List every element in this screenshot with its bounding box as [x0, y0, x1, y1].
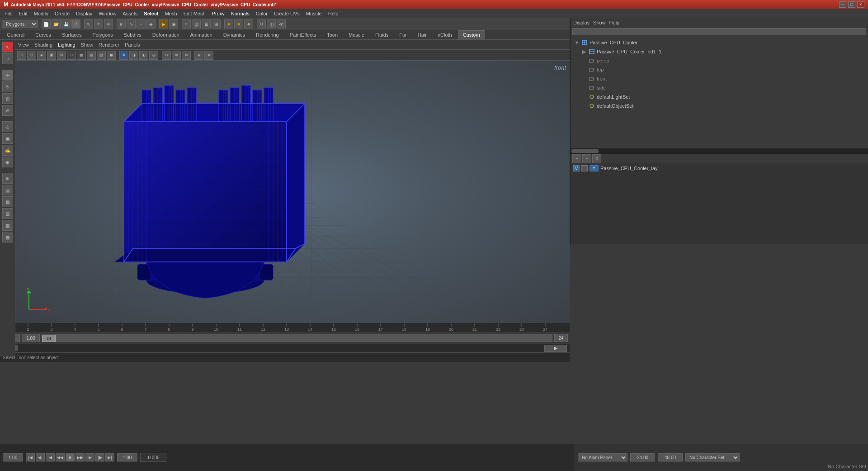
vp-cam3[interactable]: ⊛	[182, 51, 191, 60]
time-range-bar[interactable]: 24	[42, 334, 552, 342]
more-btn[interactable]: ≪	[277, 19, 286, 29]
vp-isolate[interactable]: ◈	[194, 51, 203, 60]
main-viewport[interactable]: front	[15, 61, 570, 323]
menu-select[interactable]: Select	[141, 10, 161, 17]
tab-deformation[interactable]: Deformation	[147, 30, 184, 39]
layer-lock-icon[interactable]	[581, 165, 588, 171]
char-set-select[interactable]: No Character Set	[685, 453, 740, 461]
menu-help[interactable]: Help	[326, 10, 341, 17]
vp-shading3[interactable]: ▤	[87, 51, 96, 60]
tab-rendering[interactable]: Rendering	[251, 30, 284, 39]
layer-color-swatch[interactable]: T	[590, 165, 599, 171]
tree-item-side[interactable]: side	[571, 83, 868, 92]
vp-menu-view[interactable]: View	[18, 42, 29, 48]
layer-new-btn[interactable]: +	[572, 154, 581, 163]
vp-xray[interactable]: ◎	[149, 51, 158, 60]
vp-menu-lighting[interactable]: Lighting	[58, 42, 75, 48]
tree-item-default-object-set[interactable]: defaultObjectSet	[571, 101, 868, 110]
menu-modify[interactable]: Modify	[31, 10, 51, 17]
show-layer-btn[interactable]: ▤	[192, 19, 201, 29]
lasso-mode-btn[interactable]: ⌖	[94, 19, 103, 29]
vp-shading1[interactable]: □	[67, 51, 76, 60]
menu-display[interactable]: Display	[73, 10, 95, 17]
layer-delete-btn[interactable]: −	[582, 154, 591, 163]
graph-btn[interactable]: ◫	[267, 19, 276, 29]
menu-window[interactable]: Window	[96, 10, 119, 17]
pb-play-back[interactable]: ◀◀	[56, 453, 65, 461]
vp-show-hide[interactable]: ≪	[204, 51, 213, 60]
vp-icon3[interactable]: ◈	[37, 51, 46, 60]
menu-create[interactable]: Create	[52, 10, 72, 17]
sidebar-layer6[interactable]: ▩	[2, 232, 13, 243]
vp-shade-wire[interactable]: ◐	[139, 51, 148, 60]
tab-ncloth[interactable]: nCloth	[433, 30, 457, 39]
pb-next-key[interactable]: |▶	[95, 453, 104, 461]
open-scene-btn[interactable]: 📂	[52, 19, 61, 29]
layer-options-btn[interactable]: ⚙	[592, 154, 601, 163]
mel-input[interactable]	[19, 345, 542, 352]
show-attr-btn[interactable]: ≣	[202, 19, 211, 29]
minimize-button[interactable]: —	[839, 1, 846, 8]
tree-item-top[interactable]: top	[571, 65, 868, 74]
sidebar-artisan-tool[interactable]: ◉	[2, 157, 13, 167]
sidebar-lasso-tool[interactable]: ⌗	[2, 53, 13, 64]
pb-stop[interactable]: ■	[66, 453, 75, 461]
menu-mesh[interactable]: Mesh	[162, 10, 180, 17]
maximize-button[interactable]: □	[848, 1, 855, 8]
sidebar-transform-tool[interactable]: ⊕	[2, 105, 13, 116]
vp-menu-panels[interactable]: Panels	[125, 42, 140, 48]
tab-toon[interactable]: Toon	[322, 30, 343, 39]
new-scene-btn[interactable]: 📄	[42, 19, 51, 29]
outliner-search-input[interactable]	[572, 28, 866, 35]
vp-cam1[interactable]: ⊙	[162, 51, 171, 60]
menu-color[interactable]: Color	[253, 10, 270, 17]
vp-smooth[interactable]: ◑	[129, 51, 138, 60]
snap-point-btn[interactable]: ◦	[137, 19, 146, 29]
anim-layer-select[interactable]: No Anim Panel	[578, 453, 627, 461]
menu-edit[interactable]: Edit	[16, 10, 30, 17]
vp-menu-shading[interactable]: Shading	[34, 42, 52, 48]
pb-go-start[interactable]: |◀	[26, 453, 35, 461]
layer-item[interactable]: V T Passive_CPU_Cooler_lay	[571, 163, 868, 173]
tab-polygons[interactable]: Polygons	[87, 30, 118, 39]
paint-mode-btn[interactable]: ✏	[104, 19, 113, 29]
sidebar-layer5[interactable]: ▨	[2, 220, 13, 231]
light3-btn[interactable]: ●	[244, 19, 253, 29]
time-end-input[interactable]	[554, 334, 568, 342]
anim-start-range[interactable]	[630, 453, 655, 461]
polygon-selector[interactable]: Polygons	[2, 20, 38, 28]
current-time-display[interactable]: 0.000	[140, 453, 167, 462]
tab-painteffects[interactable]: PaintEffects	[285, 30, 321, 39]
outliner-menu-display[interactable]: Display	[573, 20, 590, 25]
sidebar-paint-tool[interactable]: ✍	[2, 145, 13, 156]
layer-visibility-icon[interactable]: V	[573, 165, 580, 171]
tree-item-default-light-set[interactable]: defaultLightSet	[571, 92, 868, 101]
snap-curve-btn[interactable]: ∿	[127, 19, 136, 29]
anim-end-range[interactable]	[658, 453, 683, 461]
sidebar-select-tool[interactable]: ↖	[2, 42, 13, 52]
menu-edit-mesh[interactable]: Edit Mesh	[181, 10, 208, 17]
vp-wire[interactable]: ⊠	[119, 51, 128, 60]
show-channel-btn[interactable]: ≡	[182, 19, 191, 29]
tab-fluids[interactable]: Fluids	[370, 30, 393, 39]
tab-dynamics[interactable]: Dynamics	[218, 30, 250, 39]
light2-btn[interactable]: ●	[234, 19, 243, 29]
sidebar-softmod-tool[interactable]: ◎	[2, 121, 13, 132]
menu-muscle[interactable]: Muscle	[303, 10, 325, 17]
sidebar-sculpt-tool[interactable]: ▣	[2, 133, 13, 144]
sidebar-move-tool[interactable]: ✛	[2, 70, 13, 81]
tab-animation[interactable]: Animation	[185, 30, 217, 39]
tab-fur[interactable]: Fur	[394, 30, 412, 39]
sidebar-layer3[interactable]: ▦	[2, 196, 13, 207]
select-mode-btn[interactable]: ↖	[84, 19, 93, 29]
menu-file[interactable]: File	[2, 10, 15, 17]
time-current-input[interactable]	[22, 334, 40, 342]
show-tool-btn[interactable]: ⊞	[212, 19, 221, 29]
vp-menu-show[interactable]: Show	[81, 42, 94, 48]
tab-muscle[interactable]: Muscle	[344, 30, 369, 39]
outliner-menu-help[interactable]: Help	[609, 20, 620, 25]
tab-subdivs[interactable]: Subdivs	[119, 30, 146, 39]
tree-item-passive-cpu-cooler[interactable]: ▼ Passive_CPU_Cooler	[571, 38, 868, 47]
vp-cam2[interactable]: ⊚	[172, 51, 181, 60]
undo-btn[interactable]: ↺	[71, 19, 80, 29]
